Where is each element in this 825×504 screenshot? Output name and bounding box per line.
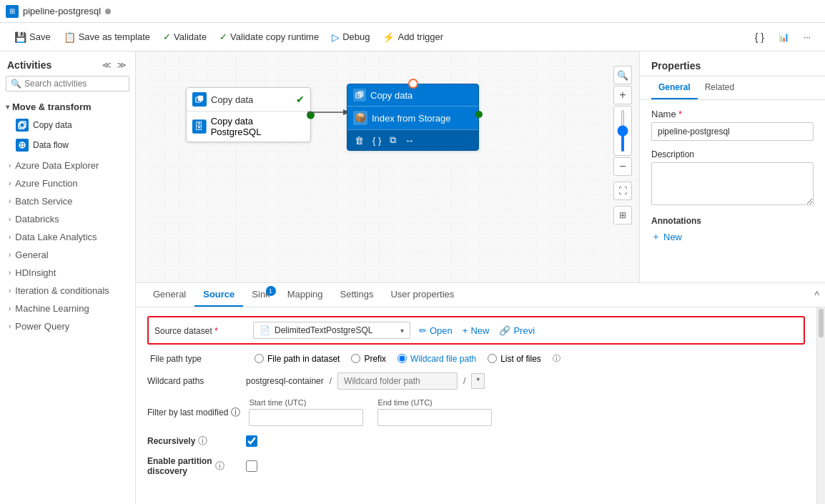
validate-copy-icon: ✓ bbox=[219, 31, 227, 42]
node-output-connector[interactable] bbox=[307, 111, 315, 119]
save-button[interactable]: 💾 Save bbox=[9, 29, 56, 46]
node-delete-button[interactable]: 🗑 bbox=[353, 133, 365, 147]
success-check-icon: ✔ bbox=[296, 94, 305, 105]
chevron-right-icon: › bbox=[9, 287, 11, 295]
search-input[interactable] bbox=[24, 79, 132, 89]
monitor-button[interactable]: 📊 bbox=[773, 29, 795, 45]
dataset-new-button[interactable]: + New bbox=[460, 324, 493, 337]
zoom-out-button[interactable]: − bbox=[613, 157, 632, 176]
radio-wildcard-file-path[interactable]: Wildcard file path bbox=[397, 354, 476, 364]
sidebar-item-data-flow[interactable]: Data flow ⋮ ⋮ bbox=[0, 135, 135, 155]
sidebar-item-batch-service[interactable]: › Batch Service bbox=[0, 192, 135, 210]
add-annotation-button[interactable]: ＋ New bbox=[651, 230, 682, 243]
sidebar-item-azure-data-explorer[interactable]: › Azure Data Explorer bbox=[0, 157, 135, 174]
start-time-input[interactable] bbox=[249, 409, 363, 426]
copy-data-action2[interactable]: ⋮ bbox=[117, 120, 129, 131]
properties-name-input[interactable] bbox=[651, 122, 814, 141]
node-sublabel-index-storage: Index from Storage bbox=[372, 113, 451, 124]
toolbar: 💾 Save 📋 Save as template ✓ Validate ✓ V… bbox=[0, 23, 825, 51]
add-trigger-button[interactable]: ⚡ Add trigger bbox=[377, 29, 449, 46]
pipeline-node-index-storage[interactable]: Copy data 📦 Index from Storage 🗑 { } ⧉ ↔ bbox=[347, 84, 479, 151]
sidebar-section-header-move-transform[interactable]: ▾ Move & transform bbox=[0, 99, 135, 115]
file-path-radio[interactable] bbox=[255, 354, 264, 363]
node-right-connector[interactable] bbox=[475, 111, 483, 118]
sidebar-item-hdinsight[interactable]: › HDInsight bbox=[0, 264, 135, 282]
node-arrow-button[interactable]: ↔ bbox=[403, 133, 415, 147]
more-button[interactable]: ··· bbox=[798, 29, 816, 45]
panel-close-button[interactable]: ^ bbox=[814, 290, 819, 301]
radio-file-path-dataset[interactable]: File path in dataset bbox=[255, 354, 340, 364]
sidebar-item-general[interactable]: › General bbox=[0, 246, 135, 264]
panel-content: Source dataset * 📄 DelimitedTextPostgreS… bbox=[136, 307, 816, 504]
tab-general[interactable]: General bbox=[144, 283, 194, 307]
properties-name-label: Name * bbox=[651, 109, 814, 119]
sidebar-item-iteration-conditionals[interactable]: › Iteration & conditionals bbox=[0, 282, 135, 300]
dataset-dropdown[interactable]: 📄 DelimitedTextPostgreSQL ▾ bbox=[253, 322, 410, 339]
sidebar-item-machine-learning[interactable]: › Machine Learning bbox=[0, 300, 135, 317]
fit-view-button[interactable]: ⛶ bbox=[613, 182, 632, 200]
node-top-connector[interactable] bbox=[408, 79, 418, 89]
plus-new-icon: + bbox=[463, 325, 468, 336]
copy-data-action1[interactable]: ⋮ bbox=[104, 120, 116, 131]
radio-list-of-files[interactable]: List of files bbox=[488, 354, 541, 364]
postgresql-icon: 🗄 bbox=[192, 119, 207, 134]
wildcard-radio[interactable] bbox=[397, 354, 407, 363]
properties-description-input[interactable] bbox=[651, 162, 814, 205]
sidebar-item-copy-data[interactable]: Copy data ⋮ ⋮ bbox=[0, 115, 135, 135]
sidebar-item-databricks[interactable]: › Databricks bbox=[0, 210, 135, 228]
properties-tab-related[interactable]: Related bbox=[698, 76, 741, 99]
data-flow-action2[interactable]: ⋮ bbox=[117, 140, 129, 151]
save-as-template-button[interactable]: 📋 Save as template bbox=[58, 29, 156, 46]
dropdown-arrow-icon: ▾ bbox=[400, 327, 404, 335]
template-icon: 📋 bbox=[64, 31, 76, 43]
properties-description-label: Description bbox=[651, 149, 814, 159]
properties-description-field: Description bbox=[651, 149, 814, 207]
data-flow-action1[interactable]: ⋮ bbox=[104, 140, 116, 151]
end-time-input[interactable] bbox=[377, 409, 492, 426]
node-code-button[interactable]: { } bbox=[371, 133, 382, 147]
tab-sink[interactable]: Sink 1 bbox=[243, 283, 278, 307]
dataset-preview-button[interactable]: 🔗 Previ bbox=[496, 324, 538, 337]
properties-tab-general[interactable]: General bbox=[651, 76, 698, 99]
grid-button[interactable]: ⊞ bbox=[613, 206, 632, 224]
dataset-value: DelimitedTextPostgreSQL bbox=[275, 325, 396, 335]
zoom-slider[interactable] bbox=[621, 109, 624, 152]
search-canvas-button[interactable]: 🔍 bbox=[613, 66, 632, 84]
prefix-radio[interactable] bbox=[351, 354, 360, 363]
title-bar: ⊞ pipeline-postgresql bbox=[0, 0, 825, 23]
canvas-container[interactable]: Copy data ✔ 🗄 Copy data PostgreSQL bbox=[136, 51, 639, 282]
source-dataset-row: Source dataset * 📄 DelimitedTextPostgreS… bbox=[147, 316, 805, 345]
sidebar-controls: ≪ ≫ bbox=[101, 59, 128, 71]
chevron-right-icon: › bbox=[9, 197, 11, 205]
validate-button[interactable]: ✓ Validate bbox=[157, 29, 212, 45]
collapse-left-button[interactable]: ≪ bbox=[101, 59, 113, 71]
debug-button[interactable]: ▷ Debug bbox=[326, 29, 375, 46]
radio-prefix[interactable]: Prefix bbox=[351, 354, 386, 364]
sidebar-item-azure-function[interactable]: › Azure Function bbox=[0, 174, 135, 192]
sidebar-item-data-lake-analytics[interactable]: › Data Lake Analytics bbox=[0, 228, 135, 246]
collapse-right-button[interactable]: ≫ bbox=[116, 59, 128, 71]
unsaved-dot bbox=[105, 9, 111, 14]
chevron-right-icon: › bbox=[9, 322, 11, 330]
sidebar-item-power-query[interactable]: › Power Query bbox=[0, 317, 135, 335]
pipeline-node-copy-postgresql[interactable]: Copy data ✔ 🗄 Copy data PostgreSQL bbox=[186, 87, 311, 142]
chevron-right-icon: › bbox=[9, 269, 11, 277]
tab-mapping[interactable]: Mapping bbox=[279, 283, 332, 307]
tab-user-properties[interactable]: User properties bbox=[382, 283, 463, 307]
save-icon: 💾 bbox=[14, 31, 26, 43]
partition-checkbox[interactable] bbox=[246, 460, 257, 472]
validate-copy-runtime-button[interactable]: ✓ Validate copy runtime bbox=[214, 29, 325, 45]
list-files-radio[interactable] bbox=[488, 354, 497, 363]
node-copy-button[interactable]: ⧉ bbox=[388, 133, 397, 147]
wildcard-folder-input[interactable] bbox=[337, 372, 458, 390]
tab-settings[interactable]: Settings bbox=[332, 283, 382, 307]
scrollbar-right[interactable] bbox=[816, 307, 825, 504]
tab-source[interactable]: Source bbox=[194, 283, 243, 307]
code-button[interactable]: { } bbox=[749, 29, 770, 46]
dataset-open-button[interactable]: ✏ Open bbox=[416, 324, 455, 337]
partition-row: Enable partition discovery ⓘ bbox=[147, 456, 805, 476]
zoom-in-button[interactable]: + bbox=[613, 86, 632, 104]
recursively-checkbox[interactable] bbox=[246, 435, 257, 447]
partition-checkbox-wrapper bbox=[246, 460, 257, 472]
filter-inputs: Start time (UTC) End time (UTC) bbox=[249, 398, 492, 426]
